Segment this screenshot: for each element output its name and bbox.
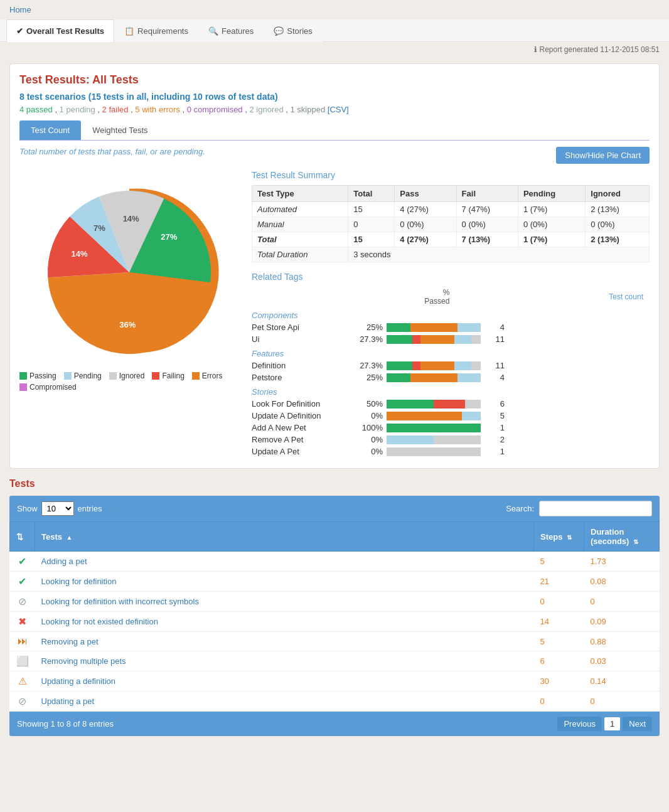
summary-cell: 3 seconds bbox=[348, 247, 650, 262]
test-name-cell: Looking for not existed definition bbox=[35, 612, 534, 632]
next-button[interactable]: Next bbox=[623, 717, 652, 731]
show-pie-button[interactable]: Show/Hide Pie Chart bbox=[556, 147, 650, 164]
test-name-link[interactable]: Updating a definition bbox=[41, 676, 116, 686]
duration-cell: 0.09 bbox=[584, 612, 660, 632]
passing-label: Passing bbox=[29, 371, 56, 380]
compromised-label: Compromised bbox=[29, 383, 77, 392]
table-row: ⚠Updating a definition300.14 bbox=[10, 671, 660, 692]
summary-cell: 15 bbox=[348, 202, 395, 217]
duration-cell: 0.14 bbox=[584, 671, 660, 692]
col-type: Test Type bbox=[252, 186, 348, 202]
bar-pending bbox=[458, 323, 481, 332]
test-name-link[interactable]: Removing a pet bbox=[41, 637, 99, 646]
col-status[interactable]: ⇅ bbox=[10, 522, 35, 552]
col-fail: Fail bbox=[456, 186, 518, 202]
test-name-cell: Adding a pet bbox=[35, 552, 534, 572]
failed-count: 2 failed bbox=[102, 105, 129, 114]
page-title: Test Results: All Tests bbox=[19, 73, 650, 87]
col-pending: Pending bbox=[518, 186, 585, 202]
pending-box bbox=[64, 372, 72, 380]
table-row: ⬜Removing multiple pets60.03 bbox=[10, 651, 660, 671]
tests-section: Tests Show 10 25 50 100 entries Search: … bbox=[9, 478, 660, 736]
search-input[interactable] bbox=[539, 501, 652, 516]
panel-info: Total number of tests that pass, fail, o… bbox=[19, 147, 205, 156]
test-name-link[interactable]: Removing multiple pets bbox=[41, 656, 126, 666]
summary-cell: 0 (0%) bbox=[456, 217, 518, 232]
summary-cell: Manual bbox=[252, 217, 348, 232]
show-entries: Show 10 25 50 100 entries bbox=[17, 501, 102, 516]
weighted-tests-tab[interactable]: Weighted Tests bbox=[81, 120, 159, 140]
tag-count: 6 bbox=[486, 399, 505, 409]
steps-cell: 21 bbox=[534, 572, 584, 592]
ignored-box bbox=[109, 372, 117, 380]
tag-name: Remove A Pet bbox=[252, 435, 352, 444]
csv-link[interactable]: [CSV] bbox=[328, 105, 349, 114]
bar-ignored bbox=[434, 435, 481, 444]
bar-ignored bbox=[465, 400, 481, 409]
duration-cell: 1.73 bbox=[584, 552, 660, 572]
show-label: Show bbox=[17, 504, 38, 513]
steps-sort-icon: ⇅ bbox=[567, 534, 572, 541]
status-icon: ⬜ bbox=[16, 656, 29, 666]
test-count-tab[interactable]: Test Count bbox=[19, 120, 81, 140]
tag-count: 2 bbox=[486, 435, 505, 444]
tag-bar bbox=[387, 424, 481, 432]
tag-count: 5 bbox=[486, 411, 505, 420]
tests-sort-icon: ▲ bbox=[67, 534, 73, 541]
test-name-link[interactable]: Looking for not existed definition bbox=[41, 617, 158, 626]
test-name-cell: Looking for definition bbox=[35, 572, 534, 592]
test-name-link[interactable]: Updating a pet bbox=[41, 697, 95, 706]
tab-stories[interactable]: 💬 Stories bbox=[264, 19, 322, 42]
test-name-cell: Looking for definition with incorrect sy… bbox=[35, 592, 534, 612]
table-row: ✔Adding a pet51.73 bbox=[10, 552, 660, 572]
failing-box bbox=[152, 372, 159, 380]
tag-bar bbox=[387, 447, 481, 456]
tab-requirements[interactable]: 📋 Requirements bbox=[114, 19, 198, 42]
tag-count: 4 bbox=[486, 373, 505, 382]
requirements-icon: 📋 bbox=[124, 26, 134, 36]
test-name-link[interactable]: Adding a pet bbox=[41, 557, 87, 566]
ignored-label: Ignored bbox=[119, 371, 145, 380]
status-icon: ✖ bbox=[18, 616, 26, 627]
col-duration[interactable]: Duration (seconds) ⇅ bbox=[584, 522, 660, 552]
tab-overall[interactable]: ✔ Overall Test Results bbox=[6, 19, 114, 42]
bar-error bbox=[420, 361, 454, 370]
test-name-cell: Updating a pet bbox=[35, 692, 534, 712]
steps-cell: 6 bbox=[534, 651, 584, 671]
tag-bar bbox=[387, 335, 481, 344]
test-name-link[interactable]: Looking for definition bbox=[41, 577, 117, 586]
dur-sort-icon: ⇅ bbox=[633, 538, 638, 545]
tab-features[interactable]: 🔍 Features bbox=[198, 19, 264, 42]
duration-cell: 0.08 bbox=[584, 572, 660, 592]
col-tests[interactable]: Tests ▲ bbox=[35, 522, 534, 552]
tag-row: Ui27.3%11 bbox=[252, 334, 650, 344]
home-link[interactable]: Home bbox=[9, 5, 31, 14]
features-label: Features bbox=[252, 349, 650, 358]
entries-label: entries bbox=[78, 504, 102, 513]
test-name-link[interactable]: Looking for definition with incorrect sy… bbox=[41, 597, 199, 606]
tag-pct: 100% bbox=[352, 423, 387, 432]
steps-cell: 5 bbox=[534, 552, 584, 572]
table-controls: Show 10 25 50 100 entries Search: bbox=[9, 496, 660, 521]
tag-pct: 27.3% bbox=[352, 361, 387, 370]
summary-cell: 15 bbox=[348, 232, 395, 247]
status-icon: ⏭ bbox=[18, 636, 28, 646]
legend-failing: Failing bbox=[152, 371, 184, 380]
summary-cell: 2 (13%) bbox=[586, 232, 650, 247]
sort-icon: ⇅ bbox=[16, 532, 23, 542]
table-row: ✖Looking for not existed definition140.0… bbox=[10, 612, 660, 632]
tag-row: Update A Definition0%5 bbox=[252, 411, 650, 420]
bar-fail bbox=[412, 361, 421, 370]
tests-table: ⇅ Tests ▲ Steps ⇅ Duration (seconds) ⇅ ✔… bbox=[9, 521, 660, 712]
col-steps[interactable]: Steps ⇅ bbox=[534, 522, 584, 552]
summary-line: 4 passed , 1 pending , 2 failed , 5 with… bbox=[19, 105, 650, 114]
status-icon: ⚠ bbox=[18, 676, 27, 686]
tag-name: Petstore bbox=[252, 373, 352, 382]
test-name-cell: Updating a definition bbox=[35, 671, 534, 692]
entries-select[interactable]: 10 25 50 100 bbox=[41, 501, 74, 516]
prev-button[interactable]: Previous bbox=[557, 717, 602, 731]
status-cell: ⊘ bbox=[10, 692, 35, 712]
tag-bar bbox=[387, 373, 481, 382]
pie-label: 36% bbox=[119, 320, 136, 329]
status-cell: ⬜ bbox=[10, 651, 35, 671]
